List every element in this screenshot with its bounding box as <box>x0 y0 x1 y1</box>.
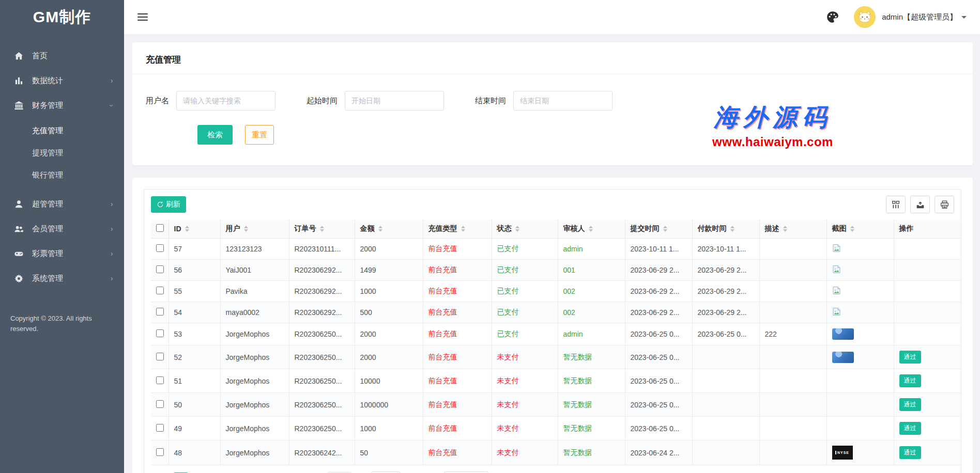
sort-icon[interactable] <box>663 226 667 232</box>
column-header[interactable]: 付款时间 <box>692 219 759 239</box>
table-header-row: ID用户订单号金额充值类型状态审核人提交时间付款时间描述截图操作 <box>151 219 961 239</box>
column-label: 提交时间 <box>631 224 660 233</box>
column-header[interactable]: ID <box>169 219 220 239</box>
sort-icon[interactable] <box>515 226 519 232</box>
username-filter-input[interactable] <box>176 91 275 111</box>
row-checkbox[interactable] <box>156 265 164 273</box>
sort-icon[interactable] <box>461 226 465 232</box>
row-checkbox[interactable] <box>156 400 164 408</box>
column-label: 用户 <box>226 224 240 233</box>
sidebar-item-4[interactable]: 会员管理› <box>0 216 124 241</box>
approve-button[interactable]: 通过 <box>899 446 921 459</box>
sidebar-item-5[interactable]: 彩票管理› <box>0 241 124 266</box>
approve-button[interactable]: 通过 <box>899 398 921 411</box>
row-checkbox[interactable] <box>156 448 164 456</box>
chevron-right-icon: › <box>111 249 112 258</box>
cell-amount: 10000 <box>355 369 423 393</box>
sidebar-item-1[interactable]: 数据统计› <box>0 68 124 93</box>
sort-icon[interactable] <box>730 226 734 232</box>
user-menu[interactable]: admin【超级管理员】 <box>854 6 967 28</box>
column-header[interactable]: 充值类型 <box>423 219 492 239</box>
sort-icon[interactable] <box>320 226 324 232</box>
row-checkbox[interactable] <box>156 244 164 252</box>
sidebar-item-0[interactable]: 首页 <box>0 43 124 68</box>
cell-recharge-type: 前台充值 <box>423 302 492 323</box>
cell-screenshot <box>826 393 894 417</box>
broken-image-icon <box>832 246 841 254</box>
copyright-text: Copyright © 2023. All rights reserved. <box>0 313 124 334</box>
reset-button[interactable]: 重置 <box>245 125 274 145</box>
end-date-input[interactable] <box>513 91 612 111</box>
row-checkbox[interactable] <box>156 376 164 384</box>
cell-recharge-type: 前台充值 <box>423 393 492 417</box>
cell-auditor: admin <box>558 239 625 260</box>
cell-order: R202306242... <box>289 440 355 465</box>
screenshot-thumbnail[interactable] <box>832 352 854 363</box>
cell-order: R202306250... <box>289 417 355 440</box>
column-header: 操作 <box>894 219 961 239</box>
print-button[interactable] <box>935 196 954 213</box>
cell-submit-time: 2023-06-25 0... <box>625 345 692 369</box>
sidebar-subitem[interactable]: 提现管理 <box>0 142 124 164</box>
cell-amount: 1000 <box>355 417 423 440</box>
users-icon <box>13 224 24 234</box>
sidebar-item-2[interactable]: 财务管理› <box>0 93 124 118</box>
cell-recharge-type: 前台充值 <box>423 239 492 260</box>
approve-button[interactable]: 通过 <box>899 351 921 364</box>
row-checkbox[interactable] <box>156 329 164 337</box>
screenshot-thumbnail[interactable]: NYSE <box>832 446 853 460</box>
sidebar-item-label: 超管管理 <box>32 199 111 209</box>
chevron-right-icon: › <box>111 200 112 209</box>
column-header[interactable]: 审核人 <box>558 219 625 239</box>
column-settings-button[interactable] <box>886 196 906 213</box>
column-header[interactable]: 用户 <box>220 219 289 239</box>
theme-palette-icon[interactable] <box>826 10 839 24</box>
column-header[interactable]: 状态 <box>492 219 558 239</box>
column-header[interactable]: 金额 <box>355 219 423 239</box>
table-row: 54maya0002R202306292...500前台充值已支付0022023… <box>151 302 961 323</box>
sort-icon[interactable] <box>185 226 189 232</box>
column-header[interactable]: 截图 <box>826 219 894 239</box>
cell-recharge-type: 前台充值 <box>423 440 492 465</box>
refresh-button[interactable]: 刷新 <box>151 196 186 213</box>
chevron-down-icon <box>961 16 967 19</box>
cell-auditor: 暂无数据 <box>558 440 625 465</box>
select-all-checkbox[interactable] <box>156 224 164 232</box>
column-header[interactable]: 提交时间 <box>625 219 692 239</box>
approve-button[interactable]: 通过 <box>899 374 921 387</box>
sort-icon[interactable] <box>244 226 248 232</box>
cell-recharge-type: 前台充值 <box>423 417 492 440</box>
table-row: 57123123123R202310111...2000前台充值已支付admin… <box>151 239 961 260</box>
export-button[interactable] <box>910 196 930 213</box>
avatar[interactable] <box>854 6 876 28</box>
sort-icon[interactable] <box>850 226 854 232</box>
menu-toggle-icon[interactable] <box>137 11 148 23</box>
sort-icon[interactable] <box>783 226 787 232</box>
row-checkbox[interactable] <box>156 424 164 432</box>
start-date-input[interactable] <box>345 91 444 111</box>
column-label: 订单号 <box>295 224 316 233</box>
column-header[interactable]: 描述 <box>759 219 826 239</box>
approve-button[interactable]: 通过 <box>899 422 921 435</box>
screenshot-thumbnail[interactable] <box>832 328 854 340</box>
row-checkbox[interactable] <box>156 353 164 360</box>
search-button[interactable]: 检索 <box>197 125 233 145</box>
cell-description <box>759 369 826 393</box>
cell-auditor: 002 <box>558 281 625 302</box>
cell-id: 48 <box>169 440 220 465</box>
sidebar-item-3[interactable]: 超管管理› <box>0 192 124 216</box>
cell-auditor: 暂无数据 <box>558 417 625 440</box>
sidebar-submenu: 充值管理提现管理银行管理 <box>0 118 124 192</box>
gamepad-icon <box>13 248 24 259</box>
sort-icon[interactable] <box>589 226 593 232</box>
column-header[interactable]: 订单号 <box>289 219 355 239</box>
cell-amount: 2000 <box>355 345 423 369</box>
sidebar-subitem[interactable]: 充值管理 <box>0 120 124 142</box>
row-checkbox[interactable] <box>156 287 164 294</box>
sidebar-item-6[interactable]: 系统管理› <box>0 266 124 291</box>
row-checkbox[interactable] <box>156 308 164 316</box>
sidebar-subitem[interactable]: 银行管理 <box>0 164 124 186</box>
gear-icon <box>13 273 24 283</box>
cell-submit-time: 2023-06-25 0... <box>625 369 692 393</box>
sort-icon[interactable] <box>378 226 382 232</box>
